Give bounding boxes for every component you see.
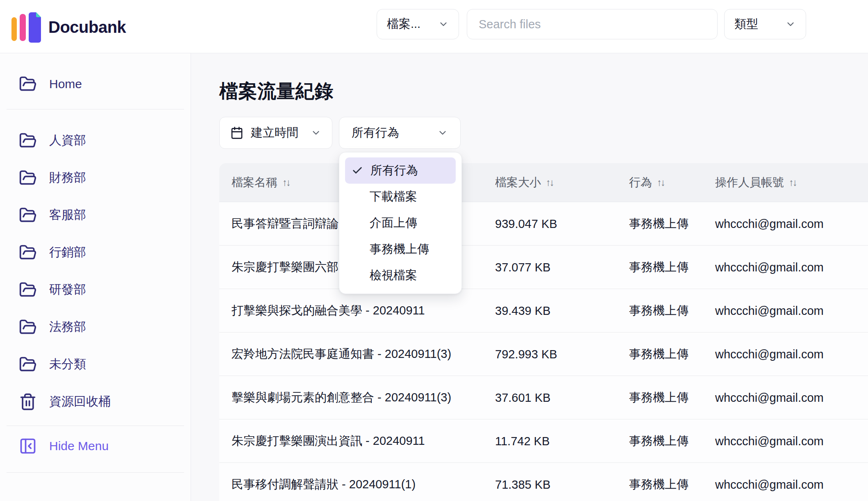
sidebar-item-folder[interactable]: 財務部: [0, 159, 191, 196]
cell-filename: 擊樂與劇場元素的創意整合 - 20240911(3): [232, 389, 451, 406]
sidebar-item-label: 法務部: [49, 319, 86, 335]
table-row: 朱宗慶打擊樂團六部 37.077 KB 事務機上傳 whccchi@gmail.…: [219, 246, 868, 289]
action-filter-button[interactable]: 所有行為: [339, 117, 461, 149]
top-bar: Docubank 檔案... 類型: [0, 0, 868, 53]
table-row: 打擊樂與探戈的融合美學 - 20240911 39.439 KB 事務機上傳 w…: [219, 289, 868, 332]
sort-icon: ↑↓: [546, 177, 553, 188]
sidebar-item-label: 財務部: [49, 169, 86, 186]
sidebar-item-folder[interactable]: 法務部: [0, 308, 191, 346]
sidebar-item-folder[interactable]: 行銷部: [0, 234, 191, 271]
panel-collapse-icon: [19, 437, 37, 455]
trash-icon: [19, 393, 37, 411]
folder-open-icon: [19, 318, 37, 336]
cell-filename: 朱宗慶打擊樂團演出資訊 - 20240911: [232, 433, 425, 449]
table-header: 檔案名稱 ↑↓ 檔案大小 ↑↓ 行為 ↑↓ 操作人員帳號 ↑↓: [219, 163, 868, 202]
sort-icon: ↑↓: [282, 177, 290, 188]
hide-menu-label: Hide Menu: [49, 439, 109, 453]
table-row: 民事移付調解聲請狀 - 20240911(1) 71.385 KB 事務機上傳 …: [219, 463, 868, 501]
sidebar-divider: [7, 472, 184, 473]
column-header-action[interactable]: 行為 ↑↓: [629, 175, 664, 190]
column-header-filename[interactable]: 檔案名稱 ↑↓: [232, 175, 290, 190]
chevron-down-icon: [311, 128, 321, 138]
calendar-icon: [230, 126, 243, 139]
action-filter-menu: 所有行為 下載檔案 介面上傳 事務機上傳 檢視檔案: [339, 152, 462, 294]
cell-action: 事務機上傳: [629, 259, 688, 276]
sidebar-item-folder[interactable]: 客服部: [0, 196, 191, 234]
brand-name: Docubank: [48, 18, 126, 36]
sidebar-item-folder[interactable]: 研發部: [0, 271, 191, 308]
type-filter-label: 類型: [734, 16, 758, 32]
menu-item-download[interactable]: 下載檔案: [345, 184, 456, 210]
table-row: 民事答辯暨言詞辯論 939.047 KB 事務機上傳 whccchi@gmail…: [219, 202, 868, 246]
sidebar-divider: [7, 426, 184, 426]
file-scope-label: 檔案...: [387, 16, 420, 32]
date-filter-button[interactable]: 建立時間: [219, 117, 332, 149]
sidebar-item-label: Home: [49, 77, 82, 91]
column-header-operator[interactable]: 操作人員帳號 ↑↓: [715, 175, 796, 190]
search-input[interactable]: [467, 9, 718, 39]
cell-filename: 打擊樂與探戈的融合美學 - 20240911: [232, 303, 425, 319]
sidebar-divider: [7, 109, 184, 109]
cell-action: 事務機上傳: [629, 303, 688, 319]
action-filter-label: 所有行為: [352, 125, 399, 141]
cell-operator: whccchi@gmail.com: [715, 304, 824, 317]
cell-operator: whccchi@gmail.com: [715, 391, 824, 404]
menu-item-all-actions[interactable]: 所有行為: [345, 157, 456, 184]
sort-icon: ↑↓: [657, 177, 664, 188]
sidebar-item-folder[interactable]: 未分類: [0, 346, 191, 383]
cell-filename: 朱宗慶打擊樂團六部: [232, 259, 339, 276]
cell-operator: whccchi@gmail.com: [715, 260, 824, 274]
sidebar-item-folder[interactable]: 人資部: [0, 122, 191, 159]
cell-filesize: 939.047 KB: [495, 217, 557, 230]
menu-item-view-file[interactable]: 檢視檔案: [345, 262, 456, 289]
cell-filename: 民事移付調解聲請狀 - 20240911(1): [232, 476, 416, 493]
hide-menu-button[interactable]: Hide Menu: [0, 430, 191, 462]
sidebar-item-home[interactable]: Home: [0, 70, 191, 98]
cell-filesize: 11.742 KB: [495, 434, 550, 448]
cell-filename: 宏羚地方法院民事庭通知書 - 20240911(3): [232, 346, 451, 362]
cell-operator: whccchi@gmail.com: [715, 347, 824, 361]
chevron-down-icon: [438, 19, 449, 30]
sidebar-item-label: 行銷部: [49, 244, 86, 261]
cell-filesize: 37.601 KB: [495, 391, 550, 404]
sidebar-item-label: 未分類: [49, 356, 86, 373]
brand-logo[interactable]: Docubank: [11, 11, 126, 43]
cell-operator: whccchi@gmail.com: [715, 434, 824, 448]
menu-item-ui-upload[interactable]: 介面上傳: [345, 210, 456, 236]
sort-icon: ↑↓: [789, 177, 796, 188]
folder-open-icon: [19, 206, 37, 224]
cell-action: 事務機上傳: [629, 476, 688, 493]
column-header-filesize[interactable]: 檔案大小 ↑↓: [495, 175, 553, 190]
chevron-down-icon: [785, 19, 796, 30]
sidebar-item-label: 研發部: [49, 281, 86, 298]
cell-filesize: 71.385 KB: [495, 478, 550, 491]
cell-action: 事務機上傳: [629, 433, 688, 449]
cell-operator: whccchi@gmail.com: [715, 217, 824, 230]
folder-open-icon: [19, 244, 37, 262]
folder-open-icon: [19, 281, 37, 299]
folder-open-icon: [19, 169, 37, 187]
sidebar-item-trash[interactable]: 資源回收桶: [0, 383, 191, 420]
folder-open-icon: [19, 132, 37, 150]
cell-operator: whccchi@gmail.com: [715, 478, 824, 491]
table-row: 擊樂與劇場元素的創意整合 - 20240911(3) 37.601 KB 事務機…: [219, 376, 868, 419]
cell-action: 事務機上傳: [629, 389, 688, 406]
date-filter-label: 建立時間: [251, 125, 298, 141]
sidebar: Home 人資部 財務部 客服部 行銷部 研發部 法務部 未分類 資源回收桶 H…: [0, 53, 191, 501]
folder-open-icon: [19, 355, 37, 373]
cell-filesize: 39.439 KB: [495, 304, 550, 317]
file-traffic-table: 檔案名稱 ↑↓ 檔案大小 ↑↓ 行為 ↑↓ 操作人員帳號 ↑↓ 民事答辯暨言詞辯…: [219, 163, 868, 501]
table-row: 宏羚地方法院民事庭通知書 - 20240911(3) 792.993 KB 事務…: [219, 332, 868, 376]
cell-filename: 民事答辯暨言詞辯論: [232, 216, 339, 232]
sidebar-item-label: 客服部: [49, 207, 86, 223]
table-row: 朱宗慶打擊樂團演出資訊 - 20240911 11.742 KB 事務機上傳 w…: [219, 419, 868, 463]
menu-item-mfp-upload[interactable]: 事務機上傳: [345, 236, 456, 262]
page-title: 檔案流量紀錄: [219, 79, 334, 104]
cell-action: 事務機上傳: [629, 216, 688, 232]
check-icon: [352, 165, 363, 176]
folder-open-icon: [19, 75, 37, 93]
type-filter-dropdown[interactable]: 類型: [724, 9, 806, 39]
brand-logo-icon: [11, 11, 42, 43]
cell-action: 事務機上傳: [629, 346, 688, 362]
file-scope-dropdown[interactable]: 檔案...: [377, 9, 459, 39]
